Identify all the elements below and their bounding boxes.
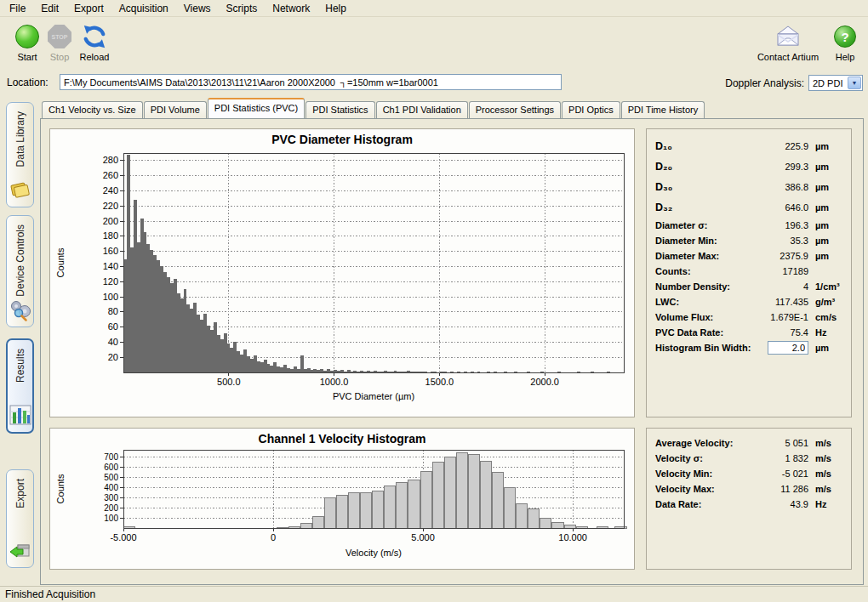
svg-text:100: 100	[104, 514, 118, 523]
folders-icon	[9, 179, 31, 202]
svg-text:40: 40	[108, 337, 118, 347]
toolbar: Start STOP Stop Reload Contact Artium	[0, 18, 868, 72]
help-glyph: ?	[841, 30, 848, 44]
menu-item-network[interactable]: Network	[265, 1, 317, 16]
sidebar: Data LibraryDevice ControlsResultsExport	[0, 94, 40, 585]
sidebar-item-data-library[interactable]: Data Library	[6, 102, 34, 207]
stat-unit: m/s	[808, 453, 848, 463]
tab-processor-settings[interactable]: Processor Settings	[469, 101, 561, 118]
svg-text:140: 140	[103, 261, 118, 271]
location-label: Location:	[7, 77, 49, 88]
svg-text:500.0: 500.0	[217, 377, 241, 387]
gears-magnifier-icon	[9, 299, 31, 321]
chevron-down-icon: ▼	[848, 77, 861, 89]
stat-unit: g/m³	[808, 297, 848, 307]
tab-pdi-time-history[interactable]: PDI Time History	[621, 101, 705, 118]
stat-row-d: D₂₀299.3µm	[647, 156, 851, 177]
stat-row-diameter-max: Diameter Max:2375.9µm	[647, 248, 851, 264]
sidebar-item-device-controls[interactable]: Device Controls	[6, 215, 34, 327]
histogram-bin-width-label: Histogram Bin Width:	[655, 343, 754, 353]
stat-value: 1 832	[754, 453, 808, 463]
pvc-diameter-histogram-panel: PVC Diameter Histogram 20406080100120140…	[49, 128, 635, 417]
sidebar-item-results[interactable]: Results	[6, 338, 34, 434]
reload-icon	[75, 23, 114, 50]
tab-ch1-pdi-validation[interactable]: Ch1 PDI Validation	[376, 101, 468, 118]
bar-chart-icon	[9, 405, 31, 427]
histogram-bin-width-input[interactable]	[768, 341, 808, 355]
menu-item-help[interactable]: Help	[317, 1, 354, 16]
stat-label: Velocity Max:	[655, 484, 754, 494]
tab-pdi-statistics-pvc[interactable]: PDI Statistics (PVC)	[208, 98, 305, 118]
stat-label: Counts:	[655, 266, 754, 276]
stat-label: D₁₀	[655, 140, 754, 152]
stat-unit: µm	[808, 220, 848, 230]
menu-item-export[interactable]: Export	[66, 1, 111, 16]
svg-text:200: 200	[103, 216, 118, 226]
stat-row-lwc: LWC:117.435g/m³	[647, 294, 851, 310]
stat-row-average-velocity: Average Velocity:5 051m/s	[647, 435, 851, 451]
stat-value: 196.3	[754, 220, 808, 230]
stat-value: 225.9	[754, 141, 808, 151]
menu-item-views[interactable]: Views	[176, 1, 219, 16]
stat-row-velocity: Velocity σ:1 832m/s	[647, 451, 851, 466]
svg-text:Velocity (m/s): Velocity (m/s)	[345, 548, 402, 558]
svg-text:5.000: 5.000	[411, 532, 435, 542]
stat-row-d: D₃₂646.0µm	[647, 197, 851, 218]
contact-artium-button[interactable]: Contact Artium	[749, 23, 827, 62]
tab-ch1-velocity-vs-size[interactable]: Ch1 Velocity vs. Size	[42, 101, 143, 118]
start-icon	[15, 25, 39, 48]
stat-value: 299.3	[754, 162, 808, 172]
reload-label: Reload	[75, 52, 114, 62]
velocity-statistics-panel: Average Velocity:5 051m/sVelocity σ:1 83…	[646, 428, 852, 570]
menu-item-scripts[interactable]: Scripts	[219, 1, 266, 16]
stat-value: 2375.9	[754, 251, 808, 261]
doppler-analysis-select[interactable]: 2D PDI ▼	[808, 75, 863, 91]
pvc-statistics-panel: D₁₀225.9µmD₂₀299.3µmD₃₀386.8µmD₃₂646.0µm…	[646, 128, 852, 417]
stat-unit: cm/s	[808, 312, 848, 322]
tab-strip: Ch1 Velocity vs. SizePDI VolumePDI Stati…	[42, 98, 705, 118]
menu-item-file[interactable]: File	[2, 1, 33, 16]
tab-pdi-volume[interactable]: PDI Volume	[144, 101, 207, 118]
svg-text:260: 260	[103, 170, 118, 180]
pvc-stats-rows: D₁₀225.9µmD₂₀299.3µmD₃₀386.8µmD₃₂646.0µm…	[647, 129, 851, 340]
svg-text:Counts: Counts	[55, 474, 66, 503]
stop-icon: STOP	[48, 25, 71, 48]
stat-value: 646.0	[754, 202, 808, 213]
velocity-chart-title: Channel 1 Velocity Histogram	[50, 429, 634, 446]
start-label: Start	[9, 52, 46, 62]
svg-text:0: 0	[271, 532, 276, 542]
stop-label: Stop	[43, 52, 77, 62]
stat-label: Volume Flux:	[655, 312, 754, 322]
svg-text:1500.0: 1500.0	[425, 377, 454, 387]
stop-badge: STOP	[52, 34, 68, 40]
stat-value: 1.679E-1	[754, 312, 808, 322]
sidebar-item-export[interactable]: Export	[6, 469, 34, 568]
svg-text:300: 300	[104, 493, 118, 503]
stat-label: Velocity Min:	[655, 469, 754, 479]
stat-unit: Hz	[808, 327, 848, 338]
histogram-bin-width-row: Histogram Bin Width: µm	[647, 340, 851, 355]
reload-button[interactable]: Reload	[75, 23, 114, 62]
stat-label: PVC Data Rate:	[655, 327, 754, 338]
help-button[interactable]: ? Help	[829, 23, 861, 62]
pvc-diameter-histogram-plot: 2040608010012014016018020022024026028050…	[52, 146, 632, 403]
menu-item-edit[interactable]: Edit	[33, 1, 66, 16]
svg-text:240: 240	[103, 185, 118, 196]
doppler-analysis-label: Doppler Analysis:	[725, 77, 804, 89]
stat-row-velocity-max: Velocity Max:11 286m/s	[647, 481, 851, 497]
tab-pdi-optics[interactable]: PDI Optics	[562, 101, 620, 118]
stat-unit: µm	[808, 236, 848, 246]
stat-row-d: D₃₀386.8µm	[647, 177, 851, 197]
contact-artium-label: Contact Artium	[749, 52, 827, 62]
start-button[interactable]: Start	[9, 23, 46, 62]
stat-unit: Hz	[808, 499, 848, 509]
svg-text:2000.0: 2000.0	[530, 377, 559, 387]
stop-button[interactable]: STOP Stop	[43, 23, 77, 62]
tab-pdi-statistics[interactable]: PDI Statistics	[306, 101, 374, 118]
location-input[interactable]	[60, 74, 562, 90]
stat-row-volume-flux: Volume Flux:1.679E-1cm/s	[647, 310, 851, 325]
stat-unit: µm	[808, 202, 848, 213]
menu-item-acquisition[interactable]: Acquisition	[111, 1, 176, 16]
svg-text:180: 180	[103, 230, 118, 241]
svg-text:20: 20	[108, 352, 118, 362]
